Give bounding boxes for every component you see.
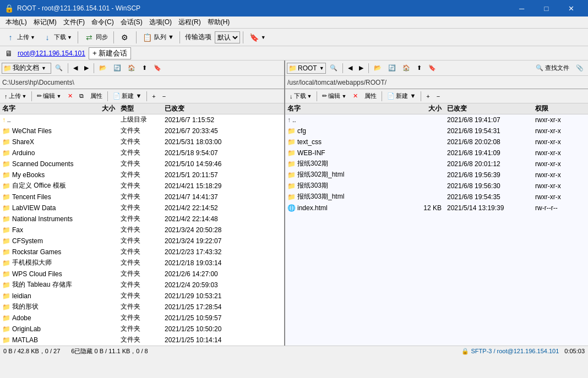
bookmark-button[interactable]: 🔖 ▼	[246, 30, 269, 45]
left-plus-action[interactable]: +	[149, 90, 158, 102]
minimize-button[interactable]: ─	[509, 0, 534, 17]
close-button[interactable]: ✕	[559, 0, 584, 17]
list-item[interactable]: 📁 CFSystem 文件夹 2021/3/24 19:22:07	[0, 235, 284, 246]
left-bookmark2-button[interactable]: 🔖	[151, 62, 164, 74]
left-home-button[interactable]: 🏠	[125, 62, 138, 74]
list-item[interactable]: 📁 text_css 2021/6/8 20:02:08 rwxr-xr-x	[285, 136, 588, 147]
list-item[interactable]: 📁 手机模拟大师 文件夹 2021/2/18 19:03:14	[0, 258, 284, 269]
transfer-options-select[interactable]: 默认	[215, 31, 240, 43]
right-filter-button[interactable]: 🔍	[327, 62, 340, 74]
list-item[interactable]: 📁 报纸302期_html 2021/6/8 19:56:39 rwxr-xr-…	[285, 169, 588, 180]
file-name: 📁 WPS Cloud Files	[0, 270, 88, 278]
right-back-button[interactable]: ◀	[345, 62, 355, 74]
left-col-date[interactable]: 已改变	[162, 104, 262, 113]
list-item[interactable]: 📁 OriginLab 文件夹 2021/1/25 10:50:20	[0, 324, 284, 335]
left-open-dir-button[interactable]: 📂	[96, 62, 110, 74]
list-item[interactable]: 📁 MATLAB 文件夹 2021/1/25 10:14:14	[0, 335, 284, 346]
settings-button[interactable]: ⚙	[117, 30, 133, 45]
list-item[interactable]: 📁 报纸303期_html 2021/6/8 19:54:35 rwxr-xr-…	[285, 191, 588, 202]
right-col-perm[interactable]: 权限	[533, 104, 588, 113]
list-item[interactable]: 📁 Scanned Documents 文件夹 2021/5/10 14:59:…	[0, 158, 284, 169]
list-item[interactable]: 📁 我的形状 文件夹 2021/1/25 17:28:54	[0, 302, 284, 313]
right-file-list[interactable]: 名字 大小 已改变 权限 ↑ .. 2021/6/8 19:41:07 rwxr…	[285, 103, 588, 346]
right-up-button[interactable]: ⬆	[414, 62, 424, 74]
file-name: 📁 报纸302期_html	[285, 170, 406, 179]
list-item[interactable]: 📁 报纸302期 2021/6/8 20:01:12 rwxr-xr-x	[285, 158, 588, 169]
upload-button[interactable]: ↑ 上传 ▼	[2, 30, 38, 45]
right-address-dropdown[interactable]: 📁 ROOT ▼	[287, 63, 326, 74]
left-copy-action[interactable]: ⧉	[77, 90, 86, 102]
list-item[interactable]: 📁 WPS Cloud Files 文件夹 2021/2/6 14:27:00	[0, 269, 284, 280]
menu-options[interactable]: 选项(O)	[146, 17, 175, 28]
right-minus-action[interactable]: −	[434, 90, 443, 102]
list-item[interactable]: 📁 WEB-INF 2021/6/8 19:41:09 rwxr-xr-x	[285, 147, 588, 158]
right-home-button[interactable]: 🏠	[400, 62, 413, 74]
queue-button[interactable]: 📋 队列 ▼	[139, 30, 177, 45]
left-action-bar: ↑ 上传 ▼ ✏ 编辑 ▼ ✕ ⧉ 属性 📄 新建 ▼	[0, 89, 284, 103]
right-props-action[interactable]: 属性	[362, 90, 379, 102]
list-item[interactable]: 📁 Adobe 文件夹 2021/1/25 10:59:57	[0, 313, 284, 324]
right-extra-button[interactable]: 📎	[573, 62, 586, 74]
list-item[interactable]: 📁 LabVIEW Data 文件夹 2021/4/2 22:14:52	[0, 202, 284, 213]
list-item[interactable]: 📁 我的 Tableau 存储库 文件夹 2021/2/4 20:59:03	[0, 280, 284, 291]
left-address-dropdown[interactable]: 📁 我的文档 ▼	[2, 63, 51, 74]
right-plus-action[interactable]: +	[423, 90, 432, 102]
left-edit-action[interactable]: ✏ 编辑 ▼	[34, 90, 64, 102]
left-refresh-button[interactable]: 🔄	[111, 62, 124, 74]
left-upload-action[interactable]: ↑ 上传 ▼	[2, 90, 29, 102]
left-col-type[interactable]: 类型	[118, 104, 162, 113]
list-item[interactable]: 📁 WeChat Files 文件夹 2021/6/7 20:33:45	[0, 125, 284, 136]
left-col-name[interactable]: 名字	[0, 104, 88, 113]
right-forward-button[interactable]: ▶	[356, 62, 366, 74]
maximize-button[interactable]: □	[534, 0, 559, 17]
left-up-button[interactable]: ⬆	[139, 62, 150, 74]
left-filter-button[interactable]: 🔍	[52, 62, 66, 74]
list-item[interactable]: 📁 cfg 2021/6/8 19:54:31 rwxr-xr-x	[285, 125, 588, 136]
sync-button[interactable]: ⇄ 同步	[81, 30, 111, 45]
left-back-button[interactable]: ◀	[70, 62, 80, 74]
list-item[interactable]: 📁 Tencent Files 文件夹 2021/4/7 14:41:37	[0, 191, 284, 202]
list-item[interactable]: 📁 Rockstar Games 文件夹 2021/2/23 17:43:32	[0, 246, 284, 258]
list-item[interactable]: 📁 报纸303期 2021/6/8 19:56:30 rwxr-xr-x	[285, 180, 588, 191]
left-col-size[interactable]: 大小	[88, 104, 118, 113]
list-item[interactable]: ↑ .. 2021/6/8 19:41:07 rwxr-xr-x	[285, 114, 588, 125]
list-item[interactable]: 📁 National Instruments 文件夹 2021/4/2 22:1…	[0, 213, 284, 224]
left-new-action[interactable]: 📄 新建 ▼	[110, 90, 144, 102]
right-delete-action[interactable]: ✕	[350, 90, 361, 102]
list-item[interactable]: 📁 Fax 文件夹 2021/3/24 20:50:28	[0, 224, 284, 235]
list-item[interactable]: 📁 leidian 文件夹 2021/1/29 10:53:21	[0, 291, 284, 302]
session-host-link[interactable]: root@121.196.154.101	[18, 50, 85, 57]
menu-mark[interactable]: 标记(M)	[30, 17, 60, 28]
left-minus-action[interactable]: −	[160, 90, 168, 102]
right-col-name[interactable]: 名字	[285, 104, 406, 113]
menu-remote[interactable]: 远程(R)	[175, 17, 204, 28]
left-forward-button[interactable]: ▶	[81, 62, 91, 74]
left-props-action[interactable]: 属性	[88, 90, 105, 102]
menu-session[interactable]: 会话(S)	[117, 17, 146, 28]
menu-file[interactable]: 文件(F)	[60, 17, 88, 28]
right-bookmark-button[interactable]: 🔖	[426, 62, 439, 74]
right-col-date[interactable]: 已改变	[445, 104, 533, 113]
right-open-dir-button[interactable]: 📂	[371, 62, 384, 74]
right-edit-action[interactable]: ✏ 编辑 ▼	[319, 90, 349, 102]
menu-local[interactable]: 本地(L)	[2, 17, 30, 28]
left-delete-action[interactable]: ✕	[65, 90, 75, 102]
right-download-action[interactable]: ↓ 下载 ▼	[287, 90, 314, 102]
right-new-action[interactable]: 📄 新建 ▼	[384, 90, 418, 102]
new-session-button[interactable]: + 新建会话	[89, 47, 131, 59]
list-item[interactable]: 📁 ShareX 文件夹 2021/5/31 18:03:00	[0, 136, 284, 147]
list-item[interactable]: 🌐 index.html 12 KB 2021/5/14 13:19:39 rw…	[285, 202, 588, 213]
download-button[interactable]: ↓ 下载 ▼	[39, 30, 75, 45]
left-file-list[interactable]: 名字 大小 类型 已改变 ↑ .. 上级目录 2021/6/7 1:15:52 …	[0, 103, 284, 346]
find-files-button[interactable]: 🔍 查找文件	[533, 62, 572, 74]
list-item[interactable]: ↑ .. 上级目录 2021/6/7 1:15:52	[0, 114, 284, 125]
right-refresh-button[interactable]: 🔄	[385, 62, 399, 74]
find-label: 查找文件	[545, 64, 569, 72]
menu-command[interactable]: 命令(C)	[88, 17, 117, 28]
list-item[interactable]: 📁 My eBooks 文件夹 2021/5/1 20:11:57	[0, 169, 284, 180]
list-item[interactable]: 📁 Arduino 文件夹 2021/5/18 9:54:07	[0, 147, 284, 158]
file-date: 2021/6/7 1:15:52	[162, 116, 262, 124]
menu-help[interactable]: 帮助(H)	[204, 17, 233, 28]
right-col-size[interactable]: 大小	[406, 104, 445, 113]
list-item[interactable]: 📁 自定义 Office 模板 文件夹 2021/4/21 15:18:29	[0, 180, 284, 191]
